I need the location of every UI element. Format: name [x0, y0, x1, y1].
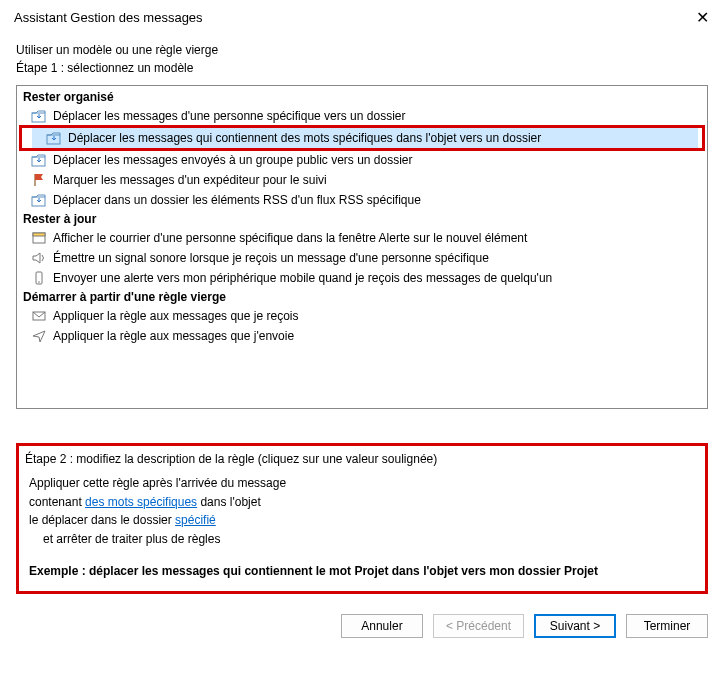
step1-label: Étape 1 : sélectionnez un modèle [16, 59, 708, 77]
svg-point-7 [38, 281, 40, 283]
desc-text: le déplacer dans le dossier [29, 513, 175, 527]
close-icon[interactable]: ✕ [692, 8, 712, 27]
rule-apply-received[interactable]: Appliquer la règle aux messages que je r… [17, 306, 707, 326]
rule-label: Déplacer les messages d'une personne spé… [53, 107, 701, 125]
group-header-blank: Démarrer à partir d'une règle vierge [17, 288, 707, 306]
cancel-button[interactable]: Annuler [341, 614, 423, 638]
rule-play-sound[interactable]: Émettre un signal sonore lorsque je reço… [17, 248, 707, 268]
intro-block: Utiliser un modèle ou une règle vierge É… [16, 41, 708, 77]
desc-line-3: le déplacer dans le dossier spécifié [29, 511, 695, 530]
rule-apply-sent[interactable]: Appliquer la règle aux messages que j'en… [17, 326, 707, 346]
group-header-organised: Rester organisé [17, 88, 707, 106]
finish-button[interactable]: Terminer [626, 614, 708, 638]
desc-line-2: contenant des mots spécifiques dans l'ob… [29, 493, 695, 512]
mobile-icon [31, 270, 47, 286]
rule-label: Marquer les messages d'un expéditeur pou… [53, 171, 701, 189]
rule-label: Envoyer une alerte vers mon périphérique… [53, 269, 701, 287]
next-button[interactable]: Suivant > [534, 614, 616, 638]
selected-rule-highlight: Déplacer les messages qui contiennent de… [19, 125, 705, 151]
send-icon [31, 328, 47, 344]
flag-icon [31, 172, 47, 188]
rule-flag-sender[interactable]: Marquer les messages d'un expéditeur pou… [17, 170, 707, 190]
rule-label: Déplacer les messages envoyés à un group… [53, 151, 701, 169]
specified-folder-link[interactable]: spécifié [175, 513, 216, 527]
rule-label: Déplacer dans un dossier les éléments RS… [53, 191, 701, 209]
alert-window-icon [31, 230, 47, 246]
rule-label: Émettre un signal sonore lorsque je reço… [53, 249, 701, 267]
rule-mobile-alert[interactable]: Envoyer une alerte vers mon périphérique… [17, 268, 707, 288]
specific-words-link[interactable]: des mots spécifiques [85, 495, 197, 509]
rule-move-words-folder[interactable]: Déplacer les messages qui contiennent de… [32, 128, 698, 148]
group-header-uptodate: Rester à jour [17, 210, 707, 228]
rule-move-rss[interactable]: Déplacer dans un dossier les éléments RS… [17, 190, 707, 210]
template-list[interactable]: Rester organisé Déplacer les messages d'… [16, 85, 708, 409]
desc-line-4: et arrêter de traiter plus de règles [29, 530, 695, 549]
rule-description: Appliquer cette règle après l'arrivée du… [25, 472, 699, 581]
step2-panel: Étape 2 : modifiez la description de la … [16, 443, 708, 594]
desc-line-1: Appliquer cette règle après l'arrivée du… [29, 474, 695, 493]
svg-rect-5 [33, 233, 45, 236]
wizard-buttons: Annuler < Précédent Suivant > Terminer [0, 594, 724, 638]
envelope-icon [31, 308, 47, 324]
desc-example: Exemple : déplacer les messages qui cont… [29, 562, 695, 581]
rule-alert-window[interactable]: Afficher le courrier d'une personne spéc… [17, 228, 707, 248]
rule-move-public-group[interactable]: Déplacer les messages envoyés à un group… [17, 150, 707, 170]
titlebar: Assistant Gestion des messages ✕ [0, 0, 724, 35]
move-folder-icon [31, 152, 47, 168]
rule-label: Déplacer les messages qui contiennent de… [68, 129, 692, 147]
rule-move-person-folder[interactable]: Déplacer les messages d'une personne spé… [17, 106, 707, 126]
window-title: Assistant Gestion des messages [14, 10, 203, 25]
rule-label: Appliquer la règle aux messages que je r… [53, 307, 701, 325]
intro-line-1: Utiliser un modèle ou une règle vierge [16, 41, 708, 59]
back-button[interactable]: < Précédent [433, 614, 524, 638]
move-folder-icon [31, 192, 47, 208]
step2-title: Étape 2 : modifiez la description de la … [25, 446, 699, 472]
desc-text: dans l'objet [197, 495, 261, 509]
move-folder-icon [31, 108, 47, 124]
rule-label: Afficher le courrier d'une personne spéc… [53, 229, 701, 247]
desc-text: contenant [29, 495, 85, 509]
speaker-icon [31, 250, 47, 266]
rule-label: Appliquer la règle aux messages que j'en… [53, 327, 701, 345]
move-folder-icon [46, 130, 62, 146]
